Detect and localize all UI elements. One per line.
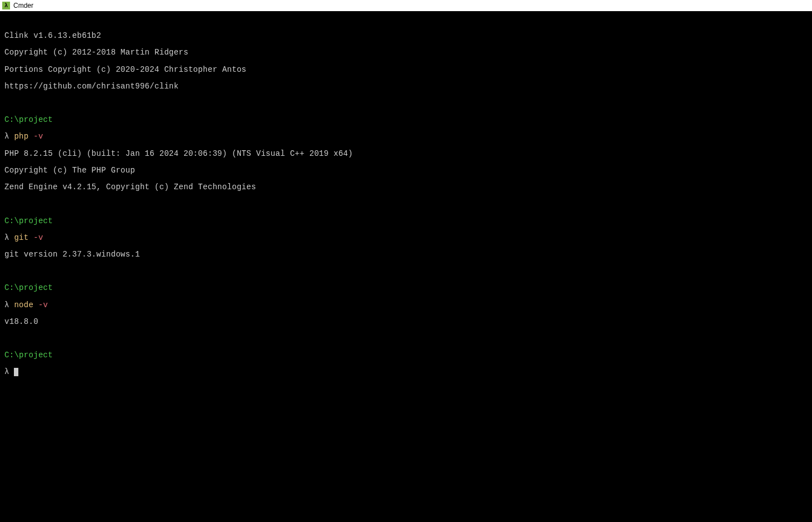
prompt-path: C:\project <box>4 351 808 360</box>
output-line: git version 2.37.3.windows.1 <box>4 250 808 259</box>
prompt-line: λ git -v <box>4 234 808 242</box>
output-line: PHP 8.2.15 (cli) (built: Jan 16 2024 20:… <box>4 150 808 158</box>
prompt-line: λ node -v <box>4 301 808 309</box>
clink-url: https://github.com/chrisant996/clink <box>4 82 808 91</box>
window-title-bar[interactable]: λ Cmder <box>0 0 812 11</box>
blank-line <box>4 267 808 275</box>
window-title: Cmder <box>13 2 33 9</box>
prompt-path: C:\project <box>4 217 808 225</box>
prompt-line-active[interactable]: λ <box>4 368 808 376</box>
terminal-output[interactable]: Clink v1.6.13.eb61b2 Copyright (c) 2012-… <box>0 11 812 390</box>
cursor <box>14 368 18 376</box>
prompt-line: λ php -v <box>4 132 808 141</box>
prompt-path: C:\project <box>4 284 808 292</box>
clink-copyright-1: Copyright (c) 2012-2018 Martin Ridgers <box>4 48 808 57</box>
output-line: Zend Engine v4.2.15, Copyright (c) Zend … <box>4 183 808 191</box>
prompt-path: C:\project <box>4 116 808 124</box>
clink-version: Clink v1.6.13.eb61b2 <box>4 32 808 40</box>
clink-copyright-2: Portions Copyright (c) 2020-2024 Christo… <box>4 66 808 74</box>
app-icon: λ <box>2 2 10 9</box>
output-line: v18.8.0 <box>4 318 808 326</box>
output-line: Copyright (c) The PHP Group <box>4 166 808 175</box>
blank-line <box>4 200 808 208</box>
blank-line <box>4 334 808 343</box>
blank-line <box>4 99 808 107</box>
